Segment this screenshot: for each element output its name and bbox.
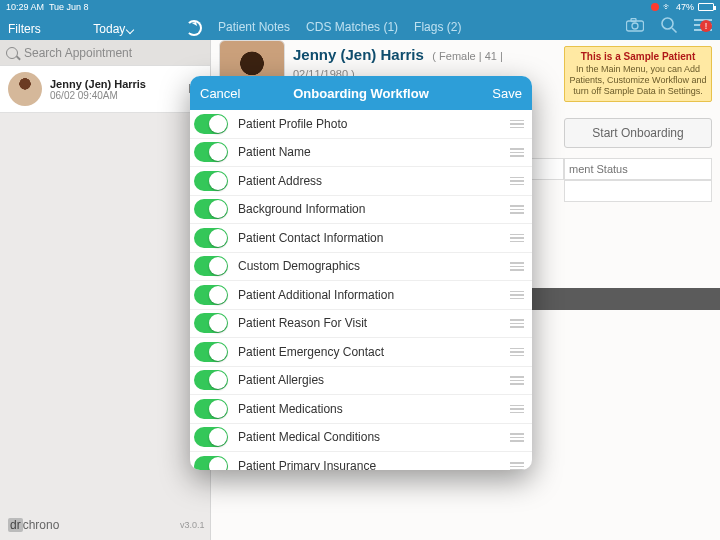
toggle-switch[interactable] — [194, 427, 228, 447]
battery-icon — [698, 3, 714, 11]
tab-patient-notes[interactable]: Patient Notes — [218, 20, 290, 34]
workflow-item-label: Custom Demographics — [238, 259, 360, 273]
drag-handle-icon[interactable] — [510, 205, 524, 214]
svg-rect-1 — [631, 19, 636, 22]
toggle-switch[interactable] — [194, 199, 228, 219]
onboarding-workflow-modal: Cancel Onboarding Workflow Save Patient … — [190, 76, 532, 470]
drag-handle-icon[interactable] — [510, 262, 524, 271]
status-field[interactable] — [564, 158, 712, 180]
workflow-item-label: Patient Emergency Contact — [238, 345, 384, 359]
workflow-item[interactable]: Patient Additional Information — [190, 281, 532, 310]
workflow-item[interactable]: Patient Address — [190, 167, 532, 196]
alert-badge: ! — [700, 20, 712, 32]
brand-logo: drchrono — [8, 518, 59, 532]
workflow-item[interactable]: Patient Primary Insurance — [190, 452, 532, 470]
workflow-item[interactable]: Patient Contact Information — [190, 224, 532, 253]
workflow-item[interactable]: Patient Profile Photo — [190, 110, 532, 139]
workflow-item[interactable]: Patient Allergies — [190, 367, 532, 396]
toggle-switch[interactable] — [194, 342, 228, 362]
workflow-item[interactable]: Patient Name — [190, 139, 532, 168]
workflow-item-label: Patient Reason For Visit — [238, 316, 367, 330]
toggle-switch[interactable] — [194, 114, 228, 134]
workflow-item-label: Patient Medical Conditions — [238, 430, 380, 444]
svg-point-2 — [632, 23, 638, 29]
toggle-switch[interactable] — [194, 256, 228, 276]
workflow-item-label: Patient Name — [238, 145, 311, 159]
refresh-icon[interactable] — [186, 20, 202, 36]
drag-handle-icon[interactable] — [510, 405, 524, 414]
filters-button[interactable]: Filters — [8, 22, 41, 36]
drag-handle-icon[interactable] — [510, 348, 524, 357]
toggle-switch[interactable] — [194, 399, 228, 419]
chevron-down-icon — [126, 26, 134, 34]
cancel-button[interactable]: Cancel — [200, 86, 240, 101]
svg-point-3 — [662, 18, 673, 29]
workflow-item-label: Patient Additional Information — [238, 288, 394, 302]
drag-handle-icon[interactable] — [510, 319, 524, 328]
workflow-item[interactable]: Background Information — [190, 196, 532, 225]
appointment-row[interactable]: Jenny (Jen) Harris 06/02 09:40AM Ex — [0, 66, 210, 113]
drag-handle-icon[interactable] — [510, 234, 524, 243]
menu-icon[interactable]: ! — [694, 16, 712, 34]
workflow-item[interactable]: Patient Medications — [190, 395, 532, 424]
recording-indicator-icon — [651, 3, 659, 11]
workflow-item-label: Patient Allergies — [238, 373, 324, 387]
blank-field[interactable] — [564, 180, 712, 202]
svg-line-4 — [672, 28, 677, 33]
modal-title: Onboarding Workflow — [190, 86, 532, 101]
workflow-item[interactable]: Patient Medical Conditions — [190, 424, 532, 453]
toggle-switch[interactable] — [194, 142, 228, 162]
toggle-switch[interactable] — [194, 228, 228, 248]
workflow-item-label: Background Information — [238, 202, 365, 216]
today-dropdown[interactable]: Today — [93, 22, 133, 36]
workflow-item-label: Patient Profile Photo — [238, 117, 347, 131]
search-input[interactable]: Search Appointment — [0, 40, 210, 66]
workflow-item[interactable]: Custom Demographics — [190, 253, 532, 282]
search-icon — [6, 47, 18, 59]
drag-handle-icon[interactable] — [510, 177, 524, 186]
workflow-item[interactable]: Patient Emergency Contact — [190, 338, 532, 367]
drag-handle-icon[interactable] — [510, 148, 524, 157]
start-onboarding-button[interactable]: Start Onboarding — [564, 118, 712, 148]
workflow-item-label: Patient Address — [238, 174, 322, 188]
tab-flags[interactable]: Flags (2) — [414, 20, 461, 34]
toggle-switch[interactable] — [194, 456, 228, 470]
toggle-switch[interactable] — [194, 171, 228, 191]
tab-cds-matches[interactable]: CDS Matches (1) — [306, 20, 398, 34]
toggle-switch[interactable] — [194, 285, 228, 305]
status-bar: 10:29 AM Tue Jun 8 ᯤ 47% — [0, 0, 720, 14]
drag-handle-icon[interactable] — [510, 291, 524, 300]
drag-handle-icon[interactable] — [510, 462, 524, 470]
version-label: v3.0.1 — [180, 520, 205, 530]
search-icon[interactable] — [660, 16, 678, 34]
workflow-item[interactable]: Patient Reason For Visit — [190, 310, 532, 339]
patient-name: Jenny (Jen) Harris — [293, 46, 424, 63]
drag-handle-icon[interactable] — [510, 376, 524, 385]
appointment-name: Jenny (Jen) Harris — [50, 78, 180, 90]
appointment-time: 06/02 09:40AM — [50, 90, 180, 101]
toggle-switch[interactable] — [194, 313, 228, 333]
save-button[interactable]: Save — [492, 86, 522, 101]
avatar — [8, 72, 42, 106]
drag-handle-icon[interactable] — [510, 433, 524, 442]
sample-notice: This is a Sample Patient In the Main Men… — [564, 46, 712, 102]
camera-icon[interactable] — [626, 16, 644, 34]
workflow-list[interactable]: Patient Profile PhotoPatient NamePatient… — [190, 110, 532, 470]
workflow-item-label: Patient Primary Insurance — [238, 459, 376, 470]
appointment-sidebar: Search Appointment Jenny (Jen) Harris 06… — [0, 40, 210, 540]
drag-handle-icon[interactable] — [510, 120, 524, 129]
workflow-item-label: Patient Contact Information — [238, 231, 383, 245]
toggle-switch[interactable] — [194, 370, 228, 390]
workflow-item-label: Patient Medications — [238, 402, 343, 416]
